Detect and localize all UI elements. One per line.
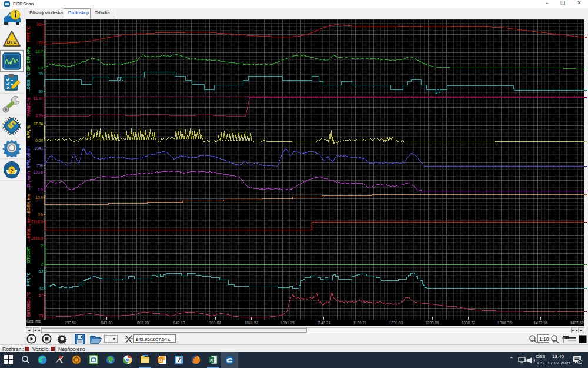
svg-text:3.29: 3.29: [35, 114, 43, 118]
svg-text:57: 57: [39, 293, 44, 297]
svg-text:87.84: 87.84: [34, 122, 44, 126]
svg-text:DP_DPF, kPa: DP_DPF, kPa: [26, 47, 31, 71]
svg-text:0.00: 0.00: [35, 138, 43, 142]
svg-text:X: X: [210, 357, 213, 363]
svg-text:0.0: 0.0: [38, 188, 43, 192]
svg-text:23: 23: [39, 314, 44, 318]
svg-text:81.97: 81.97: [34, 96, 44, 100]
svg-text:42: 42: [39, 286, 44, 290]
svg-text:...DII, km/h: ...DII, km/h: [26, 171, 31, 191]
svg-text:DTCCNT,: DTCCNT,: [26, 246, 31, 263]
svg-text:53: 53: [39, 269, 44, 273]
svg-text:DTC: DTC: [7, 39, 17, 45]
svg-text:759: 759: [36, 164, 43, 168]
svg-text:0.0: 0.0: [38, 213, 43, 217]
svg-text:FRT, °C: FRT, °C: [26, 272, 31, 286]
svg-text:120.6: 120.6: [34, 170, 44, 174]
svg-text:3941: 3941: [35, 146, 44, 150]
svg-text:EAT.OBDII, °C: EAT.OBDII, °C: [26, 291, 31, 317]
svg-text:FANDC, %: FANDC, %: [26, 97, 31, 116]
svg-text:85: 85: [39, 72, 44, 76]
svg-text:16.7: 16.7: [35, 49, 43, 54]
svg-text:RPM, ot/min: RPM, ot/min: [26, 146, 31, 168]
svg-text:560: 560: [36, 22, 43, 26]
svg-text:...OBDII, °C: ...OBDII, °C: [26, 72, 31, 93]
svg-text:2: 2: [41, 244, 43, 248]
svg-text:2616.0: 2616.0: [31, 236, 43, 240]
svg-text:O: O: [158, 357, 162, 363]
svg-text:80: 80: [39, 89, 44, 94]
svg-text:PPFT, °C: PPFT, °C: [26, 26, 31, 42]
svg-text:0.0: 0.0: [38, 66, 43, 70]
svg-text:—HRULL, km: —HRULL, km: [26, 217, 31, 242]
svg-text:2: 2: [41, 262, 43, 266]
svg-text:10.0: 10.0: [35, 195, 43, 200]
svg-text:—EGEN, km: —EGEN, km: [26, 194, 31, 217]
svg-text:172: 172: [36, 41, 43, 45]
svg-text:2618.0: 2618.0: [31, 220, 43, 224]
svg-text:?: ?: [10, 168, 14, 174]
svg-text:APP, %: APP, %: [26, 125, 31, 138]
